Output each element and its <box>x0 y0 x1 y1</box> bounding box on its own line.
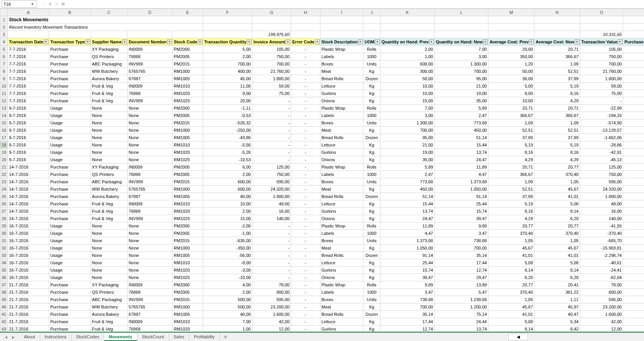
cell[interactable]: Fruit & Veg <box>91 200 127 208</box>
cell[interactable]: WW Butchery <box>91 186 127 193</box>
cell[interactable]: - <box>291 97 320 105</box>
cell[interactable]: 37,89 <box>534 134 580 141</box>
cell[interactable]: 8,00 <box>623 208 644 215</box>
cell[interactable]: 2,47 <box>434 112 488 119</box>
cell[interactable]: Plastic Wrap <box>320 222 363 230</box>
cell[interactable]: Boxes <box>320 60 363 68</box>
cell[interactable]: 59,00 <box>580 83 623 90</box>
cell[interactable]: 800,00 <box>252 289 291 296</box>
cell[interactable]: 20,71 <box>488 105 534 112</box>
filter-dropdown-icon[interactable]: ▾ <box>44 40 48 44</box>
cell[interactable]: Units <box>363 296 380 303</box>
cell[interactable]: Kg <box>363 245 380 252</box>
cell[interactable]: - <box>291 53 320 60</box>
filter-dropdown-icon[interactable]: ▾ <box>483 40 488 44</box>
cell[interactable]: 4,00 <box>203 281 252 289</box>
cell[interactable]: 45,67 <box>488 303 534 311</box>
column-header-cell[interactable]: Average Cost: New▾ <box>534 38 580 46</box>
row-header[interactable]: 3 <box>0 31 8 38</box>
cell[interactable]: None <box>127 112 172 119</box>
cell[interactable]: None <box>91 237 127 245</box>
cell[interactable]: 9-7-2016 <box>8 119 49 127</box>
cell[interactable]: 12,74 <box>434 267 488 274</box>
cell[interactable]: - <box>623 230 644 237</box>
row-header[interactable]: 33 <box>0 252 8 259</box>
cell[interactable]: - <box>291 141 320 149</box>
row-header[interactable]: 7 <box>0 60 8 68</box>
cell[interactable]: Rolls <box>363 46 380 53</box>
cell[interactable]: - <box>291 215 320 222</box>
column-header-G[interactable]: G <box>252 9 291 16</box>
cell[interactable]: RM1000 <box>172 186 203 193</box>
column-header-C[interactable]: C <box>91 9 127 16</box>
cell[interactable]: Rolls <box>363 222 380 230</box>
filter-dropdown-icon[interactable]: ▾ <box>429 40 434 44</box>
cell[interactable]: -24,41 <box>580 267 623 274</box>
cell[interactable]: 25,44 <box>434 200 488 208</box>
cell[interactable]: None <box>91 259 127 267</box>
cell[interactable]: 5,08 <box>488 259 534 267</box>
cell[interactable]: 9,89 <box>380 281 434 289</box>
cell[interactable]: Purchase <box>49 186 91 193</box>
cell[interactable]: INV999 <box>127 60 172 68</box>
cell[interactable]: Usage <box>49 134 91 141</box>
cell[interactable]: -10,00 <box>203 274 252 281</box>
cell[interactable]: 595,00 <box>252 178 291 186</box>
cell[interactable]: Labels <box>320 230 363 237</box>
cell[interactable]: Labels <box>320 53 363 60</box>
cell[interactable]: Lettuce <box>320 83 363 90</box>
cell[interactable]: 1000 <box>363 112 380 119</box>
cell[interactable]: - <box>623 141 644 149</box>
cell[interactable]: -3,00 <box>203 267 252 274</box>
cell[interactable]: 37,89 <box>488 134 534 141</box>
cell[interactable]: -45,13 <box>580 156 623 164</box>
cell[interactable]: XY Packaging <box>91 281 127 289</box>
cell[interactable]: - <box>291 193 320 200</box>
cell[interactable]: 8,16 <box>488 208 534 215</box>
cell[interactable]: Kg <box>363 68 380 75</box>
column-header-E[interactable]: E <box>172 9 203 16</box>
row-header[interactable]: 36 <box>0 274 8 281</box>
cell[interactable]: 20,41 <box>534 281 580 289</box>
cell[interactable]: - <box>291 105 320 112</box>
cell[interactable]: 9-7-2016 <box>8 156 49 164</box>
cell[interactable]: PM2000 <box>172 46 203 53</box>
cell[interactable]: QS Printers <box>91 289 127 296</box>
cell[interactable]: 21,00 <box>623 46 644 53</box>
cell[interactable]: -41,55 <box>580 222 623 230</box>
cell[interactable]: 366,67 <box>534 112 580 119</box>
cell[interactable]: 400,00 <box>623 289 644 296</box>
cell[interactable]: 5765765 <box>127 186 172 193</box>
cell[interactable]: 17,44 <box>434 259 488 267</box>
cell[interactable]: Aurora Bakery <box>91 311 127 318</box>
cell[interactable]: 700,00 <box>434 245 488 252</box>
cell[interactable]: - <box>623 267 644 274</box>
cell[interactable]: - <box>291 178 320 186</box>
cell[interactable]: Rolls <box>363 105 380 112</box>
column-header-P[interactable]: P <box>623 9 644 16</box>
filter-dropdown-icon[interactable]: ▾ <box>315 40 320 44</box>
cell[interactable]: 381,22 <box>534 289 580 296</box>
cell[interactable]: -5,56 <box>203 141 252 149</box>
cell[interactable]: 21-7-2016 <box>8 311 49 318</box>
cell[interactable]: 41,01 <box>534 252 580 259</box>
cell[interactable]: 11,89 <box>380 222 434 230</box>
cell[interactable]: 1.300,00 <box>434 60 488 68</box>
cell[interactable]: Purchase <box>49 164 91 171</box>
filter-dropdown-icon[interactable]: ▾ <box>122 40 127 44</box>
cell[interactable]: 1,09 <box>488 119 534 127</box>
cell[interactable]: 5,47 <box>434 289 488 296</box>
cell[interactable]: Kg <box>363 208 380 215</box>
cell[interactable]: 738,68 <box>380 296 434 303</box>
cell[interactable]: 46,40 <box>623 303 644 311</box>
cell[interactable]: 1,09 <box>488 178 534 186</box>
cell[interactable]: 19,00 <box>434 90 488 97</box>
cell[interactable]: 1,09 <box>534 60 580 68</box>
cell[interactable]: 8,33 <box>623 90 644 97</box>
cell[interactable]: -8,00 <box>203 259 252 267</box>
cell[interactable]: 1,00 <box>380 53 434 60</box>
cell[interactable]: 9-7-2016 <box>8 149 49 156</box>
cell[interactable]: 16-7-2016 <box>8 237 49 245</box>
filter-dropdown-icon[interactable]: ▾ <box>375 40 380 44</box>
cell[interactable]: RM1010 <box>172 83 203 90</box>
